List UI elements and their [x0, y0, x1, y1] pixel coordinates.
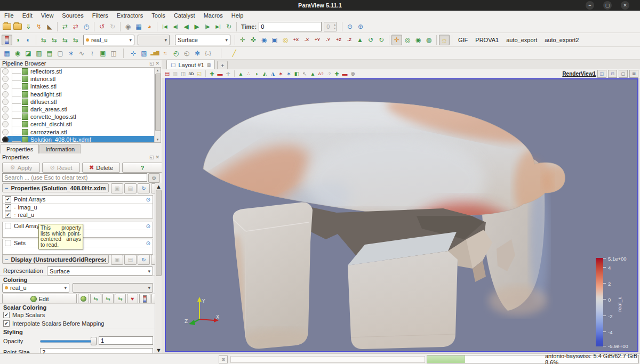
maximize-button[interactable]: ▢	[603, 1, 612, 10]
threshold-button[interactable]: ▤	[44, 48, 55, 59]
tab-properties[interactable]: Properties	[1, 144, 39, 153]
view-minus-y-button[interactable]: -Y	[323, 35, 333, 45]
menu-help[interactable]: Help	[227, 11, 248, 20]
loop-button[interactable]: ↻	[223, 21, 234, 32]
help-button[interactable]: ?	[122, 163, 163, 173]
pipeline-item[interactable]: reflectors.stl	[1, 68, 161, 75]
properties-section-header[interactable]: − Properties (Solution_408.0Hz.xdmf)	[2, 183, 109, 192]
interact-mode-button[interactable]: ▦	[133, 21, 144, 32]
capture-screenshot-button[interactable]: ◫	[179, 70, 187, 78]
pipeline-item[interactable]: corvette_logos.stl	[1, 113, 161, 120]
rescale-data-button[interactable]: ⇆	[90, 294, 101, 304]
abort-button[interactable]: ⊠	[219, 355, 228, 363]
pick-center-button[interactable]: ◉	[413, 35, 423, 45]
ungroup-button[interactable]: ◫	[108, 48, 119, 59]
view-plus-z-button[interactable]: +Z	[333, 35, 344, 45]
visibility-eye-icon[interactable]	[2, 76, 9, 82]
array-checkbox[interactable]: ✔	[5, 212, 11, 218]
reverse-play-button[interactable]: ◀	[181, 21, 191, 32]
copy-button[interactable]: ▣	[111, 183, 123, 193]
rotate-90-cw-button[interactable]: ↻	[376, 35, 387, 45]
scalar-bar-toggle-button[interactable]	[2, 35, 12, 45]
opacity-input[interactable]	[99, 336, 153, 345]
macro-auto-export2-button[interactable]: auto_export2	[541, 37, 582, 43]
reset-button[interactable]: ⊘Reset	[42, 163, 80, 173]
toggle-2d3d-button[interactable]: 3D	[187, 70, 195, 78]
cell-arrays-checkbox[interactable]	[5, 223, 11, 229]
menu-edit[interactable]: Edit	[18, 11, 37, 20]
dock-close-icon[interactable]: ✕	[155, 155, 159, 160]
load-state-button[interactable]	[12, 21, 23, 32]
search-input[interactable]	[2, 173, 147, 182]
display-section-header[interactable]: − Display (UnstructuredGridRepresentati	[2, 255, 109, 264]
representation-select[interactable]: Surface ▾	[175, 35, 230, 45]
scalar-bar-visibility-button[interactable]	[139, 294, 150, 304]
ruler-button[interactable]: ╱	[229, 48, 239, 59]
pipeline-item[interactable]: dark_areas.stl	[1, 106, 161, 113]
color-array-select[interactable]: real_u ▾	[83, 35, 134, 45]
restore-defaults-icon[interactable]: ⊙	[146, 240, 150, 246]
pipeline-item[interactable]: interior.stl	[1, 75, 161, 83]
rescale-visible-range-button[interactable]: ⇆	[70, 35, 81, 45]
select-cells-polygon-button[interactable]: ◗	[253, 70, 261, 78]
hover-points-button[interactable]: .?	[325, 70, 333, 78]
zoom-box-select-button[interactable]: ◱	[195, 70, 203, 78]
coloring-component-dropdown[interactable]: ▾	[73, 283, 153, 293]
rescale-temporal-button[interactable]: ⇆	[115, 294, 126, 304]
rescale-temporal-range-button[interactable]: ⇆	[60, 35, 70, 45]
play-button[interactable]: ▶	[191, 21, 202, 32]
visibility-eye-icon[interactable]	[2, 106, 9, 112]
first-frame-button[interactable]: |◀	[159, 21, 170, 32]
tab-close-icon[interactable]: ⊠	[207, 62, 211, 68]
pipeline-item[interactable]: cerchi_dischi.stl	[1, 120, 161, 128]
select-points-through-button[interactable]: ◮	[269, 70, 277, 78]
pipeline-item[interactable]: intakes.stl	[1, 83, 161, 90]
contour-button[interactable]: ◉	[12, 48, 23, 59]
search-options-button[interactable]: ⚙	[148, 173, 160, 183]
component-select[interactable]: ▾	[138, 35, 170, 45]
camera-undo-button[interactable]: ◉	[123, 21, 133, 32]
rotate-90-ccw-button[interactable]: ↺	[365, 35, 376, 45]
histogram-button[interactable]: ▂▅▇	[149, 48, 160, 59]
point-arrays-checkbox[interactable]: ✔	[5, 196, 11, 203]
zoom-to-data-button[interactable]: ◉	[259, 35, 269, 45]
delete-button[interactable]: ✖Delete	[82, 163, 120, 173]
reset-center-button[interactable]: ◍	[423, 35, 434, 45]
pipeline-item[interactable]: Solution_408.0Hz.xdmf	[1, 136, 161, 143]
hover-cells-button[interactable]: Δ?	[317, 70, 325, 78]
macro-auto-export-button[interactable]: auto_export	[502, 37, 541, 43]
rescale-data-range-button[interactable]: ⇆	[38, 35, 49, 45]
light-kit-toggle[interactable]: ☼	[439, 35, 450, 45]
slice-button[interactable]: ▥	[34, 48, 44, 59]
visibility-eye-icon[interactable]	[2, 68, 9, 75]
opacity-slider[interactable]	[40, 337, 97, 344]
add-layout-tab[interactable]: +	[217, 61, 228, 69]
time-zoom-out-button[interactable]: ⊙	[345, 21, 355, 32]
sets-checkbox[interactable]	[5, 240, 11, 246]
restore-defaults-button[interactable]: ↻	[138, 255, 150, 265]
adjust-camera-button[interactable]: ▤	[163, 70, 171, 78]
visibility-eye-icon[interactable]	[2, 121, 9, 127]
clip-button[interactable]: ◪	[23, 48, 34, 59]
coloring-array-dropdown[interactable]: real_u ▾	[2, 283, 69, 293]
menu-file[interactable]: File	[0, 11, 18, 20]
load-palette-button[interactable]: ◕	[144, 21, 155, 32]
glyph-button[interactable]: ∗	[66, 48, 76, 59]
separate-colormap-button[interactable]: ◐	[23, 35, 34, 45]
shrink-selection-button[interactable]: ▬	[341, 70, 349, 78]
pipeline-item[interactable]: headlight.stl	[1, 91, 161, 98]
menu-catalyst[interactable]: Catalyst	[170, 11, 199, 20]
redo-button[interactable]: ↻	[107, 21, 118, 32]
subtract-selection-button[interactable]: ▬	[216, 70, 224, 78]
time-input[interactable]	[259, 22, 322, 31]
edit-colormap-button2[interactable]: Edit	[2, 294, 77, 304]
edit-colormap-button[interactable]: ◑	[12, 35, 23, 45]
choose-preset-button[interactable]	[78, 294, 89, 304]
minimize-button[interactable]: −	[586, 1, 594, 10]
select-cells-on-button[interactable]: ▲	[237, 70, 245, 78]
menu-view[interactable]: View	[37, 11, 58, 20]
color-legend-bar[interactable]	[596, 258, 603, 346]
close-view-button[interactable]: ⊠	[629, 70, 638, 78]
view-minus-z-button[interactable]: -Z	[344, 35, 355, 45]
menu-filters[interactable]: Filters	[88, 11, 113, 20]
